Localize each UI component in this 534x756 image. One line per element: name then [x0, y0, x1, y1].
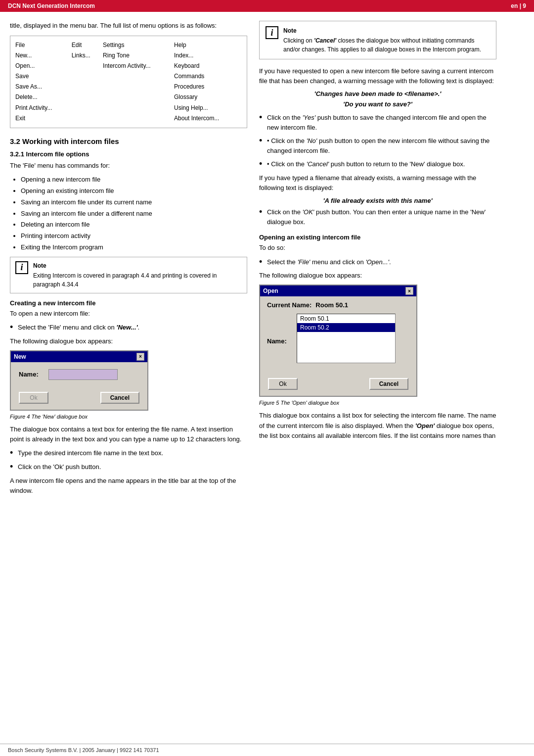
new-dialog-body: Name: [11, 362, 147, 392]
note-title-right: Note [283, 26, 490, 35]
open-dialog-cancel-button[interactable]: Cancel [369, 378, 408, 390]
listbox-item-room502[interactable]: Room 50.2 [297, 323, 395, 332]
menu-file-saveas: Save As... [15, 82, 72, 92]
new-dialog-buttons: Ok Cancel [11, 392, 147, 410]
creating-bullet1-text: Type the desired intercom file name in t… [18, 448, 163, 458]
list-item: Deleting an intercom file [21, 220, 247, 230]
open-dialog-ok-button[interactable]: Ok [268, 378, 298, 390]
opening-intro: To do so: [259, 243, 496, 253]
current-name-label: Current Name: [267, 301, 312, 309]
creating-bullet1: • Type the desired intercom file name in… [10, 448, 247, 458]
menu-settings-empty5 [103, 113, 174, 124]
menu-help-about: About Intercom... [174, 113, 242, 124]
footer-text: Bosch Security Systems B.V. | 2005 Janua… [8, 747, 159, 753]
header-bar: DCN Next Generation Intercom en | 9 [0, 0, 534, 12]
list-item: Opening a new intercom file [21, 175, 247, 185]
exists-bullet-text: Click on the 'OK' push button. You can t… [267, 207, 496, 227]
exists-bullet: • Click on the 'OK' push button. You can… [259, 207, 496, 227]
creating-bullet2-text: Click on the 'Ok' push button. [18, 462, 101, 472]
left-column: title, displayed in the menu bar. The fu… [10, 21, 247, 500]
menu-file-exit: Exit [15, 113, 72, 124]
menu-settings-empty3 [103, 92, 174, 102]
new-dialog-name-row: Name: [19, 369, 139, 380]
list-item: Opening an existing intercom file [21, 186, 247, 196]
menu-help-index: Index... [174, 50, 242, 61]
new-dialog-name-input[interactable] [48, 369, 118, 380]
right-bullet2: • • Click on the 'No' push button to ope… [259, 136, 496, 155]
note-content-1: Note Exiting Intercom is covered in para… [33, 261, 242, 289]
note-text-1: Exiting Intercom is covered in paragraph… [33, 271, 242, 289]
bullet-dot: • [259, 257, 267, 267]
opening-step1-text: Select the 'File' menu and click on 'Ope… [267, 257, 391, 267]
opening-heading: Opening an existing intercom file [259, 234, 496, 241]
creating-bullet2: • Click on the 'Ok' push button. [10, 462, 247, 472]
new-dialog-titlebar: New × [11, 351, 147, 362]
right-column: i Note Clicking on 'Cancel' closes the d… [259, 21, 496, 500]
current-name-row: Current Name: Room 50.1 [267, 301, 409, 309]
open-dialog-close-button[interactable]: × [405, 287, 413, 295]
menu-help-procedures: Procedures [174, 82, 242, 92]
menu-settings-empty4 [103, 103, 174, 113]
creating-heading: Creating a new intercom file [10, 299, 247, 307]
info-icon-right: i [266, 26, 278, 39]
bullet-dot: • [259, 207, 267, 217]
menu-settings-empty [103, 71, 174, 82]
list-item: Saving an intercom file under a differen… [21, 209, 247, 219]
menu-table-wrapper: File Edit Settings Help New... Links... … [10, 36, 247, 129]
open-dialog-title: Open [263, 287, 278, 294]
exists-quote: 'A file already exists with this name' [259, 197, 496, 204]
figure5-caption: Figure 5 The 'Open' dialogue box [259, 400, 496, 406]
menu-edit-empty [72, 61, 103, 71]
new-dialog-cancel-button[interactable]: Cancel [100, 392, 139, 404]
right-bullet3-text: • Click on the 'Cancel' push button to r… [267, 159, 465, 169]
listbox-item-room501[interactable]: Room 50.1 [297, 314, 395, 323]
menu-file-open: Open... [15, 61, 72, 71]
open-dialog-body: Current Name: Room 50.1 Name: Room 50.1 … [260, 296, 416, 378]
bullet-dot: • [10, 462, 18, 472]
menu-table: File Edit Settings Help New... Links... … [15, 40, 242, 124]
bullet-dot: • [10, 323, 18, 332]
creating-step1: • Select the 'File' menu and click on 'N… [10, 323, 247, 332]
list-item: Exiting the Intercom program [21, 242, 247, 253]
menu-settings-ringtone: Ring Tone [103, 50, 174, 61]
list-item: Printing intercom activity [21, 231, 247, 241]
menu-col-file-header: File [15, 40, 72, 50]
section-321-heading: 3.2.1 Intercom file options [10, 150, 247, 158]
open-dialog-titlebar: Open × [260, 285, 416, 296]
header-page: en | 9 [511, 2, 526, 9]
menu-help-usinghelp: Using Help... [174, 103, 242, 113]
menu-file-print: Print Activity... [15, 103, 72, 113]
bullet-dot: • [259, 113, 267, 123]
note-box-right: i Note Clicking on 'Cancel' closes the d… [259, 21, 496, 59]
footer-bar: Bosch Security Systems B.V. | 2005 Janua… [0, 744, 534, 756]
note-box-1: i Note Exiting Intercom is covered in pa… [10, 257, 247, 293]
bullet-dot: • [259, 136, 267, 146]
menu-file-delete: Delete... [15, 92, 72, 102]
menu-edit-empty2 [72, 71, 103, 82]
warning-quote2: 'Do you want to save?' [259, 100, 496, 108]
open-dialog-buttons: Ok Cancel [260, 378, 416, 396]
right-bullet1: • Click on the 'Yes' push button to save… [259, 113, 496, 132]
menu-file-save: Save [15, 71, 72, 82]
open-dialog-label: The following dialogue box appears: [259, 271, 496, 281]
open-dialog-listbox[interactable]: Room 50.1 Room 50.2 [297, 314, 396, 363]
new-dialog-box: New × Name: Ok Cancel [10, 350, 148, 411]
right-bullet2-text: • Click on the 'No' push button to open … [267, 136, 496, 155]
warning-text: If you have requested to open a new inte… [259, 66, 496, 86]
open-dialog-name-label: Name: [267, 337, 292, 345]
exists-text: If you have typed a filename that alread… [259, 173, 496, 193]
creating-step1-text: Select the 'File' menu and click on 'New… [18, 323, 139, 332]
main-content: title, displayed in the menu bar. The fu… [0, 12, 534, 529]
open-dialog-description: This dialogue box contains a list box fo… [259, 411, 496, 440]
section-32-heading: 3.2 Working with intercom files [10, 137, 247, 145]
right-bullet3: • • Click on the 'Cancel' push button to… [259, 159, 496, 169]
new-dialog-ok-button[interactable]: Ok [19, 392, 48, 404]
open-dialog-name-row: Name: Room 50.1 Room 50.2 [267, 314, 409, 368]
menu-help-keyboard: Keyboard [174, 61, 242, 71]
new-dialog-close-button[interactable]: × [136, 353, 144, 361]
menu-settings-empty2 [103, 82, 174, 92]
menu-col-help-header: Help [174, 40, 242, 50]
current-name-value: Room 50.1 [315, 301, 348, 309]
section-321-intro: The 'File' menu has commands for: [10, 161, 247, 171]
note-content-right: Note Clicking on 'Cancel' closes the dia… [283, 26, 490, 54]
